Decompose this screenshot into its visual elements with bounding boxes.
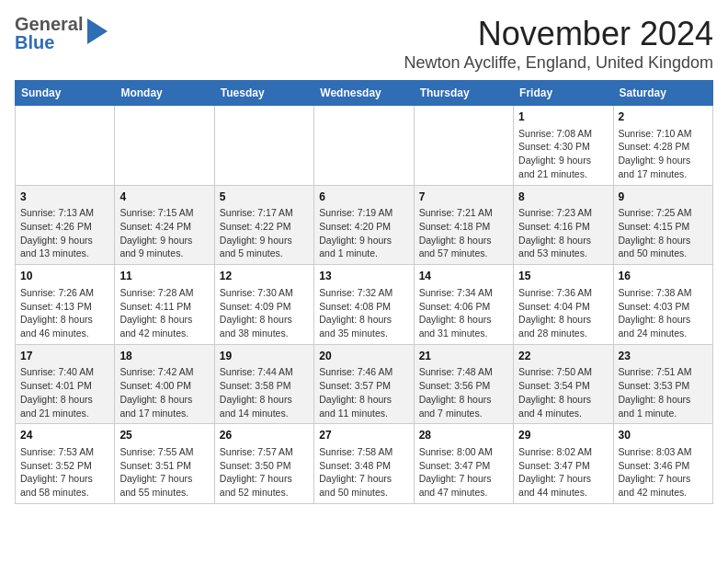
- logo-blue: Blue: [15, 33, 83, 52]
- day-info: Sunrise: 7:46 AMSunset: 3:57 PMDaylight:…: [319, 365, 408, 419]
- calendar-cell: 3Sunrise: 7:13 AMSunset: 4:26 PMDaylight…: [16, 185, 115, 265]
- day-number: 11: [119, 269, 209, 284]
- day-info: Sunrise: 7:13 AMSunset: 4:26 PMDaylight:…: [20, 206, 109, 260]
- day-number: 17: [20, 349, 109, 364]
- day-info: Sunrise: 7:21 AMSunset: 4:18 PMDaylight:…: [419, 206, 508, 260]
- day-number: 4: [119, 190, 209, 205]
- day-info: Sunrise: 8:00 AMSunset: 3:47 PMDaylight:…: [419, 445, 508, 500]
- calendar-cell: 20Sunrise: 7:46 AMSunset: 3:57 PMDayligh…: [314, 344, 414, 424]
- logo-triangle-icon: [87, 18, 108, 48]
- day-info: Sunrise: 7:08 AMSunset: 4:30 PMDaylight:…: [518, 127, 608, 181]
- day-number: 2: [619, 109, 708, 125]
- month-title: November 2024: [404, 15, 713, 53]
- weekday-header-sunday: Sunday: [16, 81, 115, 106]
- day-info: Sunrise: 7:53 AMSunset: 3:52 PMDaylight:…: [20, 445, 109, 500]
- day-info: Sunrise: 7:40 AMSunset: 4:01 PMDaylight:…: [20, 365, 109, 419]
- calendar-cell: 28Sunrise: 8:00 AMSunset: 3:47 PMDayligh…: [414, 424, 513, 504]
- calendar-cell: 22Sunrise: 7:50 AMSunset: 3:54 PMDayligh…: [514, 344, 613, 424]
- calendar-cell: 4Sunrise: 7:15 AMSunset: 4:24 PMDaylight…: [115, 185, 214, 265]
- day-info: Sunrise: 7:58 AMSunset: 3:48 PMDaylight:…: [319, 445, 408, 500]
- weekday-header-thursday: Thursday: [414, 81, 513, 106]
- calendar-cell: 16Sunrise: 7:38 AMSunset: 4:03 PMDayligh…: [613, 265, 712, 345]
- calendar-table: SundayMondayTuesdayWednesdayThursdayFrid…: [15, 80, 713, 504]
- day-number: 30: [619, 428, 708, 443]
- day-number: 5: [220, 190, 309, 205]
- day-info: Sunrise: 7:50 AMSunset: 3:54 PMDaylight:…: [518, 365, 608, 419]
- calendar-week-3: 10Sunrise: 7:26 AMSunset: 4:13 PMDayligh…: [16, 265, 713, 345]
- weekday-header-saturday: Saturday: [613, 81, 712, 106]
- day-info: Sunrise: 8:02 AMSunset: 3:47 PMDaylight:…: [518, 445, 608, 500]
- calendar-cell: 29Sunrise: 8:02 AMSunset: 3:47 PMDayligh…: [514, 424, 613, 504]
- day-number: 29: [518, 428, 608, 443]
- title-section: November 2024 Newton Aycliffe, England, …: [404, 15, 713, 73]
- calendar-cell: 9Sunrise: 7:25 AMSunset: 4:15 PMDaylight…: [613, 185, 712, 265]
- day-info: Sunrise: 7:26 AMSunset: 4:13 PMDaylight:…: [20, 286, 109, 340]
- weekday-header-tuesday: Tuesday: [214, 81, 313, 106]
- day-info: Sunrise: 7:32 AMSunset: 4:08 PMDaylight:…: [319, 286, 408, 340]
- weekday-header-wednesday: Wednesday: [314, 81, 414, 106]
- weekday-header-row: SundayMondayTuesdayWednesdayThursdayFrid…: [16, 81, 713, 106]
- calendar-cell: 15Sunrise: 7:36 AMSunset: 4:04 PMDayligh…: [514, 265, 613, 345]
- day-number: 9: [619, 190, 708, 205]
- calendar-week-4: 17Sunrise: 7:40 AMSunset: 4:01 PMDayligh…: [16, 344, 713, 424]
- calendar-cell: 10Sunrise: 7:26 AMSunset: 4:13 PMDayligh…: [16, 265, 115, 345]
- day-info: Sunrise: 7:51 AMSunset: 3:53 PMDaylight:…: [619, 365, 708, 419]
- day-number: 18: [119, 349, 209, 364]
- day-info: Sunrise: 7:44 AMSunset: 3:58 PMDaylight:…: [220, 365, 309, 419]
- day-info: Sunrise: 7:23 AMSunset: 4:16 PMDaylight:…: [518, 206, 608, 260]
- svg-marker-0: [87, 18, 108, 44]
- logo: General Blue: [15, 15, 108, 52]
- calendar-cell: 18Sunrise: 7:42 AMSunset: 4:00 PMDayligh…: [115, 344, 214, 424]
- day-info: Sunrise: 7:30 AMSunset: 4:09 PMDaylight:…: [220, 286, 309, 340]
- calendar-cell: 13Sunrise: 7:32 AMSunset: 4:08 PMDayligh…: [314, 265, 414, 345]
- day-info: Sunrise: 7:55 AMSunset: 3:51 PMDaylight:…: [119, 445, 209, 500]
- day-number: 15: [518, 269, 608, 284]
- calendar-cell: 12Sunrise: 7:30 AMSunset: 4:09 PMDayligh…: [214, 265, 313, 345]
- weekday-header-friday: Friday: [514, 81, 613, 106]
- calendar-cell: [115, 106, 214, 186]
- calendar-cell: 8Sunrise: 7:23 AMSunset: 4:16 PMDaylight…: [514, 185, 613, 265]
- day-number: 8: [518, 190, 608, 205]
- day-number: 10: [20, 269, 109, 284]
- day-info: Sunrise: 7:38 AMSunset: 4:03 PMDaylight:…: [619, 286, 708, 340]
- day-number: 22: [518, 349, 608, 364]
- day-info: Sunrise: 7:10 AMSunset: 4:28 PMDaylight:…: [619, 127, 708, 181]
- day-info: Sunrise: 7:25 AMSunset: 4:15 PMDaylight:…: [619, 206, 708, 260]
- day-info: Sunrise: 7:57 AMSunset: 3:50 PMDaylight:…: [220, 445, 309, 500]
- location-title: Newton Aycliffe, England, United Kingdom: [404, 53, 713, 73]
- calendar-cell: 6Sunrise: 7:19 AMSunset: 4:20 PMDaylight…: [314, 185, 414, 265]
- calendar-cell: [414, 106, 513, 186]
- calendar-cell: 2Sunrise: 7:10 AMSunset: 4:28 PMDaylight…: [613, 106, 712, 186]
- day-info: Sunrise: 7:48 AMSunset: 3:56 PMDaylight:…: [419, 365, 508, 419]
- day-info: Sunrise: 7:36 AMSunset: 4:04 PMDaylight:…: [518, 286, 608, 340]
- day-number: 16: [619, 269, 708, 284]
- day-info: Sunrise: 7:28 AMSunset: 4:11 PMDaylight:…: [119, 286, 209, 340]
- day-number: 20: [319, 349, 408, 364]
- day-info: Sunrise: 7:15 AMSunset: 4:24 PMDaylight:…: [119, 206, 209, 260]
- day-info: Sunrise: 7:17 AMSunset: 4:22 PMDaylight:…: [220, 206, 309, 260]
- day-number: 7: [419, 190, 508, 205]
- day-info: Sunrise: 7:19 AMSunset: 4:20 PMDaylight:…: [319, 206, 408, 260]
- day-number: 24: [20, 428, 109, 443]
- day-number: 12: [220, 269, 309, 284]
- calendar-cell: 30Sunrise: 8:03 AMSunset: 3:46 PMDayligh…: [613, 424, 712, 504]
- day-number: 28: [419, 428, 508, 443]
- calendar-week-2: 3Sunrise: 7:13 AMSunset: 4:26 PMDaylight…: [16, 185, 713, 265]
- day-info: Sunrise: 7:34 AMSunset: 4:06 PMDaylight:…: [419, 286, 508, 340]
- calendar-cell: 27Sunrise: 7:58 AMSunset: 3:48 PMDayligh…: [314, 424, 414, 504]
- day-number: 26: [220, 428, 309, 443]
- calendar-cell: [314, 106, 414, 186]
- day-number: 25: [119, 428, 209, 443]
- calendar-cell: 19Sunrise: 7:44 AMSunset: 3:58 PMDayligh…: [214, 344, 313, 424]
- calendar-cell: 25Sunrise: 7:55 AMSunset: 3:51 PMDayligh…: [115, 424, 214, 504]
- calendar-cell: 14Sunrise: 7:34 AMSunset: 4:06 PMDayligh…: [414, 265, 513, 345]
- logo-text: General Blue: [15, 15, 83, 52]
- calendar-week-1: 1Sunrise: 7:08 AMSunset: 4:30 PMDaylight…: [16, 106, 713, 186]
- calendar-cell: 11Sunrise: 7:28 AMSunset: 4:11 PMDayligh…: [115, 265, 214, 345]
- day-number: 3: [20, 190, 109, 205]
- calendar-cell: 26Sunrise: 7:57 AMSunset: 3:50 PMDayligh…: [214, 424, 313, 504]
- page-header: General Blue November 2024 Newton Ayclif…: [15, 15, 713, 73]
- calendar-cell: 1Sunrise: 7:08 AMSunset: 4:30 PMDaylight…: [514, 106, 613, 186]
- calendar-cell: [214, 106, 313, 186]
- day-number: 19: [220, 349, 309, 364]
